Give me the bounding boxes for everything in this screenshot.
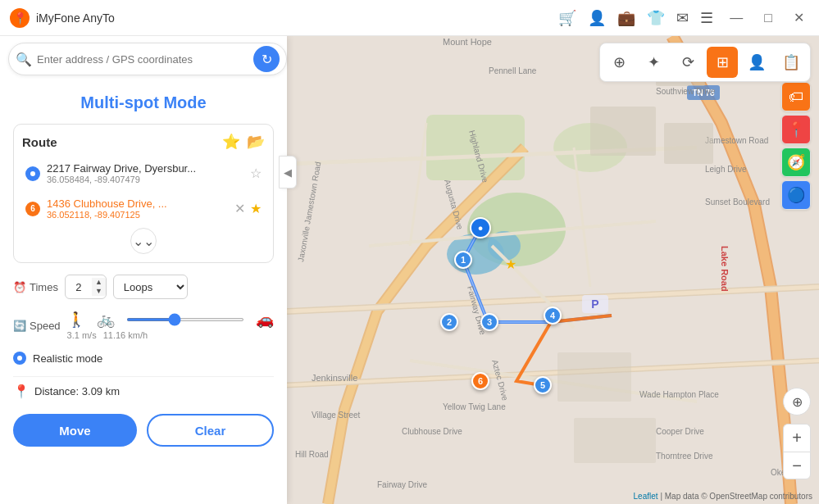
toolbar-move-button[interactable]: ✦	[638, 47, 669, 78]
map-star: ★	[505, 257, 516, 272]
svg-text:P: P	[591, 297, 598, 311]
route-dot-blue-1	[25, 166, 40, 181]
svg-line-15	[574, 148, 590, 287]
app-title: iMyFone AnyTo	[36, 11, 115, 25]
map-zoom: + −	[783, 424, 811, 479]
svg-line-12	[410, 361, 697, 402]
walk-icon[interactable]: 🚶	[67, 311, 85, 329]
loops-select[interactable]: Loops Round One-way	[113, 275, 188, 299]
svg-text:Wade Hampton Place: Wade Hampton Place	[639, 390, 719, 399]
map-pin-6: 6	[471, 372, 489, 390]
realistic-label: Realistic mode	[33, 352, 102, 365]
route-item-icons-2: ✕ ★	[234, 201, 262, 216]
route-item-delete-2[interactable]: ✕	[234, 201, 245, 216]
map-btn-blue-1[interactable]: 🔵	[781, 180, 811, 210]
route-text-1: 2217 Fairway Drive, Dyersbur... 36.05848…	[47, 162, 243, 184]
user-icon[interactable]: 👤	[588, 9, 606, 27]
route-item-2: 6 1436 Clubhouse Drive, ... 36.052118, -…	[22, 193, 265, 225]
maximize-button[interactable]: □	[759, 9, 777, 27]
toolbar-multispot-button[interactable]: ⊞	[707, 47, 738, 78]
map-toolbar: ⊕ ✦ ⟳ ⊞ 👤 📋	[599, 43, 811, 82]
svg-text:Thorntree Drive: Thorntree Drive	[656, 452, 713, 461]
case-icon[interactable]: 💼	[617, 9, 635, 27]
route-item-icons-1: ☆	[250, 166, 262, 181]
svg-rect-18	[687, 85, 720, 100]
expand-button[interactable]: ⌄⌄	[130, 228, 157, 254]
shirt-icon[interactable]: 👕	[647, 9, 665, 27]
map-pin-3: 3	[480, 313, 498, 331]
speed-kmh: 11.16 km/h	[103, 330, 148, 340]
map-btn-orange-1[interactable]: 🏷	[781, 82, 811, 111]
realistic-row[interactable]: Realistic mode	[13, 352, 274, 365]
cart-icon[interactable]: 🛒	[558, 9, 576, 27]
route-label: Route	[22, 135, 57, 149]
times-input[interactable]	[66, 281, 92, 293]
zoom-out-button[interactable]: −	[783, 452, 811, 479]
route-box: Route ⭐ 📂 2217 Fairway Drive, Dyersbur..…	[13, 124, 274, 263]
menu-icon[interactable]: ☰	[700, 9, 713, 27]
minimize-button[interactable]: —	[725, 9, 748, 27]
svg-text:Hill Road: Hill Road	[295, 450, 329, 459]
leaflet-link[interactable]: Leaflet	[634, 492, 658, 501]
map-compass[interactable]: ⊕	[783, 388, 811, 415]
map-btn-green-1[interactable]: 🧭	[781, 148, 811, 177]
svg-rect-16	[582, 295, 608, 313]
route-folder-icon[interactable]: 📂	[247, 133, 265, 151]
speed-values: 3.1 m/s 11.16 km/h	[67, 330, 274, 340]
route-address-1: 2217 Fairway Drive, Dyersbur...	[47, 162, 243, 175]
svg-text:Village Street: Village Street	[312, 411, 361, 420]
route-coords-1: 36.058484, -89.407479	[47, 175, 243, 184]
speed-row: 🔄 Speed 🚶 🚲 🚗 3.1 m/s 11.16 km/h	[13, 311, 274, 340]
svg-text:Sunset Boulevard: Sunset Boulevard	[705, 198, 770, 207]
map-pin-2: 2	[440, 313, 458, 331]
times-arrows: ▲ ▼	[92, 278, 106, 296]
svg-line-8	[287, 361, 819, 385]
svg-text:Lake Road: Lake Road	[720, 246, 730, 292]
svg-text:Clubhouse Drive: Clubhouse Drive	[402, 427, 462, 436]
mail-icon[interactable]: ✉	[676, 9, 689, 27]
distance-text: Distance: 3.09 km	[34, 385, 120, 397]
speed-icons: 🚶 🚲 🚗	[67, 311, 274, 329]
car-icon[interactable]: 🚗	[256, 311, 274, 329]
svg-text:Highland Drive: Highland Drive	[467, 129, 490, 184]
clear-button[interactable]: Clear	[147, 414, 274, 447]
close-button[interactable]: ✕	[789, 8, 809, 27]
map-attribution: Leaflet | Map data © OpenStreetMap contr…	[634, 492, 812, 501]
map-pin-4: 4	[544, 306, 562, 325]
route-dot-orange-2: 6	[25, 202, 40, 216]
bike-icon[interactable]: 🚲	[97, 311, 115, 329]
svg-rect-4	[426, 115, 525, 180]
realistic-dot	[13, 352, 26, 365]
route-star-icon[interactable]: ⭐	[222, 133, 240, 151]
search-submit-button[interactable]: ↻	[253, 46, 280, 72]
map-btn-red-1[interactable]: 📍	[781, 115, 811, 144]
speed-slider[interactable]	[126, 318, 244, 321]
times-label: ⏰ Times	[13, 281, 58, 293]
route-item-1: 2217 Fairway Drive, Dyersbur... 36.05848…	[22, 157, 265, 189]
move-button[interactable]: Move	[13, 414, 137, 447]
search-input[interactable]	[37, 53, 253, 66]
toolbar-gps-button[interactable]: ⊕	[603, 47, 635, 78]
collapse-button[interactable]: ◀	[279, 156, 297, 188]
times-down-button[interactable]: ▼	[92, 287, 106, 296]
svg-text:Pennell Lane: Pennell Lane	[489, 66, 537, 75]
map-pin-5: 5	[534, 376, 552, 394]
route-header-icons: ⭐ 📂	[222, 133, 265, 151]
toolbar-history-button[interactable]: 📋	[776, 47, 807, 78]
svg-text:Southview Drive: Southview Drive	[656, 87, 716, 96]
zoom-in-button[interactable]: +	[783, 424, 811, 452]
svg-line-9	[287, 361, 819, 385]
toolbar-user-button[interactable]: 👤	[741, 47, 772, 78]
route-item-star-2[interactable]: ★	[250, 201, 262, 216]
toolbar-route-button[interactable]: ⟳	[672, 47, 703, 78]
svg-rect-44	[590, 107, 656, 156]
side-panel: Multi-spot Mode Route ⭐ 📂 2217 Fairway D…	[0, 36, 287, 504]
svg-text:Yellow Twig Lane: Yellow Twig Lane	[443, 402, 506, 411]
route-item-star-1[interactable]: ☆	[250, 166, 262, 181]
route-header: Route ⭐ 📂	[22, 133, 265, 151]
times-up-button[interactable]: ▲	[92, 278, 106, 287]
map-pin-origin: ●	[470, 217, 491, 238]
action-buttons: Move Clear	[13, 414, 274, 447]
route-coords-2: 36.052118, -89.407125	[47, 210, 228, 220]
app-icon	[10, 8, 30, 28]
